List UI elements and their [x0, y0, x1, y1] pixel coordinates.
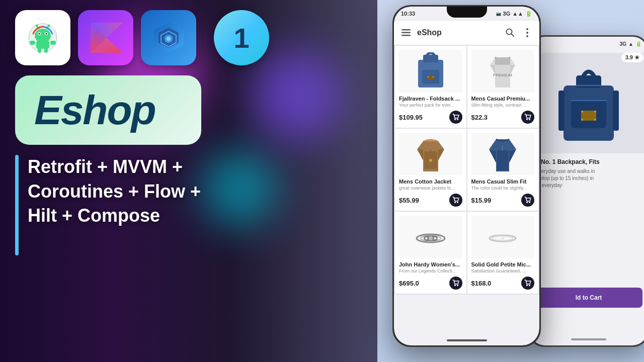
subtitle-section: Retrofit + MVVM + Coroutines + Flow + Hi… — [15, 155, 367, 255]
svg-point-40 — [526, 28, 528, 30]
product-desc: great outerwear jackets fo... — [399, 186, 462, 191]
second-home-bar — [571, 338, 606, 340]
second-product-desc: everyday use and walks in laptop (up to … — [536, 168, 641, 189]
phones-panel: 3G ▲ 🔋 3.9 ★ — [377, 0, 644, 362]
add-to-cart-button[interactable]: ld to Cart — [535, 288, 642, 308]
product-desc: Satisfaction Guaranteed. ... — [471, 268, 535, 274]
home-bar — [447, 339, 487, 341]
svg-point-60 — [457, 202, 458, 203]
phone-main-screen: 10:33 📷 3G ▲▲ 🔋 eShop — [394, 7, 539, 345]
second-signal: 3G — [620, 41, 626, 47]
svg-point-75 — [501, 237, 504, 240]
signal-bars: ▲▲ — [512, 11, 523, 17]
product-price: $22.3 — [471, 114, 488, 121]
product-card: PREMIUM Mens Casual Premiu... Slim-fitti… — [467, 46, 539, 128]
product-price: $55.99 — [399, 197, 419, 204]
add-to-cart-icon-btn[interactable] — [449, 277, 462, 290]
svg-rect-33 — [558, 90, 565, 131]
svg-rect-51 — [495, 57, 510, 65]
product-image-5 — [399, 216, 462, 258]
product-image-2: PREMIUM — [471, 50, 535, 93]
product-footer: $15.99 — [471, 194, 535, 207]
add-to-cart-icon-btn[interactable] — [449, 111, 462, 124]
product-desc: The color could be slightly... — [471, 186, 535, 191]
menu-icon[interactable] — [400, 27, 412, 39]
phone-second-screen: 3G ▲ 🔋 3.9 ★ — [530, 37, 644, 345]
svg-rect-35 — [401, 29, 411, 31]
phone-notch — [447, 7, 487, 18]
product-name: Solid Gold Petite Mic... — [471, 261, 535, 267]
svg-point-41 — [526, 32, 528, 34]
product-card: John Hardy Women's... From our Legends C… — [395, 212, 466, 294]
svg-rect-13 — [38, 48, 41, 53]
second-status-bar: 3G ▲ 🔋 — [530, 37, 644, 51]
svg-point-58 — [429, 159, 432, 162]
app-title: Eshop — [34, 89, 182, 131]
subtitle-line2: Coroutines + Flow + — [28, 179, 201, 204]
product-image-6 — [471, 216, 535, 258]
camera-dot: 📷 — [496, 12, 501, 16]
product-image-3 — [399, 133, 462, 175]
product-desc: Slim-fitting style, contrast ... — [471, 103, 535, 108]
product-price: $15.99 — [471, 197, 492, 204]
svg-point-28 — [581, 111, 583, 113]
accent-bar — [15, 155, 19, 255]
product-footer: $109.95 — [399, 111, 462, 124]
product-grid: Fjallraven - Foldsack ... Your perfect p… — [394, 45, 539, 295]
svg-point-22 — [167, 37, 171, 41]
product-card: Fjallraven - Foldsack ... Your perfect p… — [395, 46, 466, 128]
svg-line-39 — [511, 34, 514, 36]
product-image-4 — [471, 133, 535, 175]
product-desc: Your perfect pack for ever... — [399, 103, 462, 108]
add-to-cart-icon-btn[interactable] — [521, 277, 534, 290]
add-to-cart-icon-btn[interactable] — [449, 194, 462, 207]
product-card: Mens Casual Slim Fit The color could be … — [467, 129, 539, 211]
svg-point-8 — [36, 25, 38, 27]
hilt-icon — [141, 10, 196, 65]
product-footer: $695.0 — [399, 277, 462, 290]
kotlin-icon — [78, 10, 133, 65]
backpack-illustration — [556, 60, 621, 146]
phone-second: 3G ▲ 🔋 3.9 ★ — [528, 35, 644, 347]
icons-row: 1 — [15, 10, 367, 65]
svg-point-77 — [526, 285, 528, 286]
more-options-icon[interactable] — [521, 27, 533, 39]
subtitle-line1: Retrofit + MVVM + — [28, 155, 201, 179]
product-price: $109.95 — [399, 114, 423, 121]
product-desc: From our Legends Collecti... — [399, 268, 462, 274]
svg-point-4 — [39, 33, 40, 35]
svg-rect-12 — [50, 41, 56, 45]
svg-point-9 — [48, 25, 50, 27]
status-time: 10:33 — [401, 11, 415, 17]
episode-number-badge: 1 — [214, 10, 269, 65]
add-to-cart-icon-btn[interactable] — [521, 111, 534, 124]
svg-rect-34 — [613, 90, 619, 131]
svg-point-54 — [526, 119, 528, 120]
product-card: Solid Gold Petite Mic... Satisfaction Gu… — [467, 212, 539, 294]
battery-icon: 🔋 — [525, 11, 532, 17]
svg-rect-14 — [44, 48, 48, 53]
svg-rect-61 — [497, 150, 508, 170]
svg-rect-37 — [401, 35, 411, 36]
svg-point-49 — [454, 119, 456, 120]
svg-point-42 — [526, 35, 528, 37]
svg-rect-27 — [581, 111, 596, 121]
product-card: Mens Cotton Jacket great outerwear jacke… — [395, 129, 466, 211]
product-image-1 — [399, 50, 462, 93]
search-icon[interactable] — [504, 27, 516, 39]
svg-rect-44 — [423, 55, 438, 62]
svg-point-55 — [529, 119, 530, 120]
android-studio-icon — [15, 10, 70, 65]
signal-icon: ▲ — [628, 41, 633, 47]
add-to-cart-icon-btn[interactable] — [521, 194, 534, 207]
second-product-image — [530, 53, 644, 153]
svg-rect-36 — [401, 32, 411, 34]
svg-point-50 — [457, 119, 458, 120]
svg-point-30 — [581, 119, 583, 121]
product-name: Mens Cotton Jacket — [399, 178, 462, 185]
second-product-info: k No. 1 Backpack, Fits everyday use and … — [530, 153, 644, 194]
svg-point-78 — [529, 285, 530, 286]
svg-rect-24 — [576, 75, 601, 88]
status-right: 📷 3G ▲▲ 🔋 — [496, 11, 532, 17]
svg-rect-10 — [36, 41, 49, 49]
